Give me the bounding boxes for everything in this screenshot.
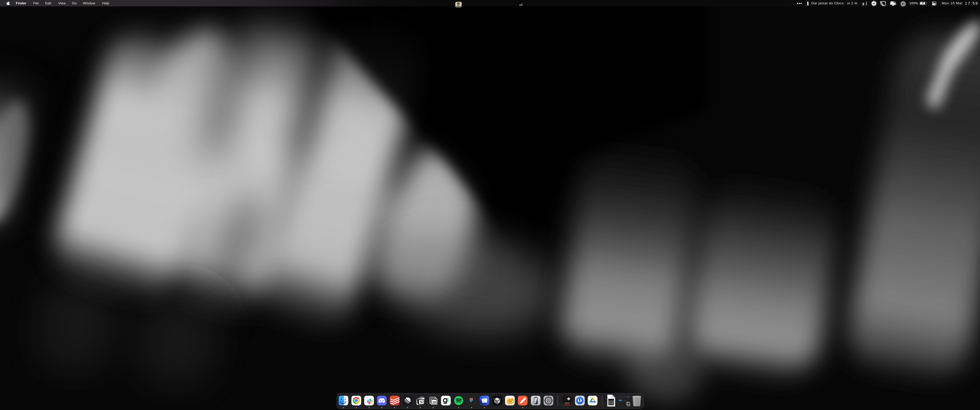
svg-text:raycast: raycast [565,402,570,404]
svg-text:N: N [420,400,423,404]
svg-text:10: 10 [432,400,436,404]
svg-text:11: 11 [628,404,630,405]
